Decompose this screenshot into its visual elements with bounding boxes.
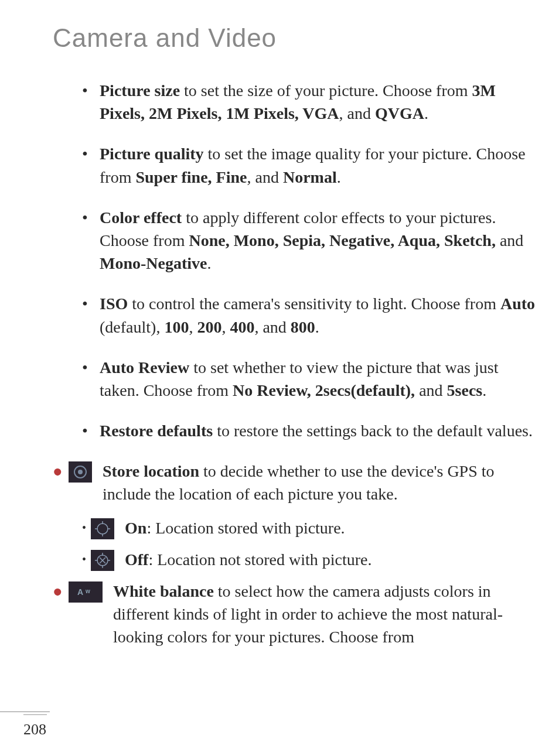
iso-item: ISO to control the camera's sensitivity … bbox=[82, 292, 536, 338]
option: Auto bbox=[500, 295, 535, 313]
location-off-icon bbox=[91, 550, 114, 571]
svg-point-1 bbox=[78, 470, 83, 474]
options: Super fine, Fine bbox=[135, 168, 247, 186]
term: Picture quality bbox=[100, 145, 204, 163]
text: to set the size of your picture. Choose … bbox=[180, 81, 472, 100]
text-content: Store location to decide whether to use … bbox=[103, 460, 536, 505]
location-sub-list: • On: Location stored with picture. • bbox=[53, 516, 536, 571]
text: . bbox=[482, 381, 486, 399]
option-last: QVGA bbox=[375, 104, 424, 122]
text: , and bbox=[254, 318, 290, 336]
color-effect-item: Color effect to apply different color ef… bbox=[82, 206, 536, 275]
term: On bbox=[125, 519, 146, 537]
bullet-icon: • bbox=[82, 551, 86, 567]
text: , and bbox=[339, 104, 375, 122]
auto-review-item: Auto Review to set whether to view the p… bbox=[82, 356, 536, 402]
option: 100 bbox=[164, 318, 189, 336]
location-on-icon bbox=[91, 518, 114, 539]
picture-quality-item: Picture quality to set the image quality… bbox=[82, 142, 536, 188]
white-balance-icon: A w bbox=[69, 581, 103, 603]
text: : Location stored with picture. bbox=[146, 519, 345, 537]
option: 800 bbox=[291, 318, 315, 336]
svg-text:w: w bbox=[85, 588, 90, 594]
term: White balance bbox=[113, 582, 214, 600]
icon-settings-list-2: ● A w White balance to select how the ca… bbox=[53, 580, 536, 649]
options: None, Mono, Sepia, Negative, Aqua, Sketc… bbox=[189, 231, 495, 249]
term: Picture size bbox=[100, 81, 180, 100]
text: , bbox=[189, 318, 197, 336]
icon-settings-list: ● Store location to decide whether to us… bbox=[53, 460, 536, 505]
term: Store location bbox=[103, 462, 199, 480]
text-content: White balance to select how the camera a… bbox=[113, 580, 536, 649]
location-off-item: • Off: Location not stored with picture. bbox=[82, 548, 536, 571]
text: . bbox=[337, 168, 341, 186]
option: 200 bbox=[197, 318, 221, 336]
bullet-icon: ● bbox=[53, 580, 63, 603]
options: No Review, 2secs(default), bbox=[233, 381, 415, 399]
footer-line bbox=[0, 711, 50, 712]
option-last: Normal bbox=[283, 168, 337, 186]
text-content: Off: Location not stored with picture. bbox=[125, 548, 536, 571]
svg-text:A: A bbox=[77, 587, 83, 597]
svg-point-2 bbox=[97, 524, 108, 534]
term: Color effect bbox=[100, 208, 182, 227]
text: . bbox=[315, 318, 319, 336]
restore-defaults-item: Restore defaults to restore the settings… bbox=[82, 419, 536, 442]
text-content: On: Location stored with picture. bbox=[125, 516, 536, 539]
location-on-item: • On: Location stored with picture. bbox=[82, 516, 536, 539]
white-balance-item: ● A w White balance to select how the ca… bbox=[53, 580, 536, 649]
text: , and bbox=[247, 168, 283, 186]
text: to restore the settings back to the defa… bbox=[213, 422, 533, 440]
text: , bbox=[221, 318, 230, 336]
term: ISO bbox=[100, 295, 128, 313]
text: and bbox=[496, 231, 523, 249]
page-title: Camera and Video bbox=[53, 23, 536, 53]
bullet-icon: • bbox=[82, 519, 86, 536]
bullet-icon: ● bbox=[53, 460, 63, 483]
text: and bbox=[415, 381, 446, 399]
store-location-icon bbox=[69, 461, 92, 483]
text: to control the camera's sensitivity to l… bbox=[128, 295, 500, 313]
store-location-item: ● Store location to decide whether to us… bbox=[53, 460, 536, 505]
term: Restore defaults bbox=[100, 422, 213, 440]
option-last: Mono-Negative bbox=[100, 254, 207, 272]
page-number: 208 bbox=[23, 714, 47, 738]
text: (default), bbox=[100, 318, 164, 336]
option: 400 bbox=[230, 318, 254, 336]
term: Off bbox=[125, 550, 148, 569]
text: . bbox=[424, 104, 428, 122]
text: . bbox=[207, 254, 212, 272]
text: : Location not stored with picture. bbox=[148, 550, 371, 569]
picture-size-item: Picture size to set the size of your pic… bbox=[82, 79, 536, 125]
settings-list: Picture size to set the size of your pic… bbox=[53, 79, 536, 442]
option-last: 5secs bbox=[447, 381, 483, 399]
term: Auto Review bbox=[100, 358, 189, 377]
